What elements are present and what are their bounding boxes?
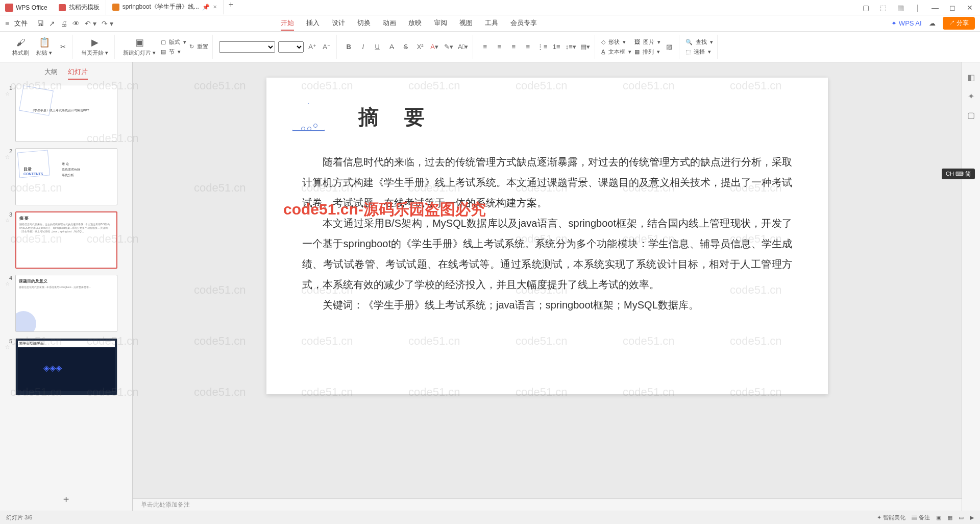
export-icon[interactable]: ↗ <box>49 19 55 28</box>
share-button[interactable]: ↗ 分享 <box>943 17 975 30</box>
increase-font-icon[interactable]: A⁺ <box>307 42 318 52</box>
preview-icon[interactable]: 👁 <box>72 19 80 28</box>
align-left-icon[interactable]: ≡ <box>479 42 491 52</box>
italic-button[interactable]: I <box>357 42 369 52</box>
clear-format-button[interactable]: Aͨ▾ <box>457 42 469 52</box>
ribbon-tab-design[interactable]: 设计 <box>332 16 345 31</box>
decrease-font-icon[interactable]: A⁻ <box>321 42 332 52</box>
thumbnail-3[interactable]: 摘 要 随着信息时代的来临，过去的传统管理方式缺点逐渐暴露...本文通过采用B/… <box>15 211 117 269</box>
ribbon-tab-vip[interactable]: 会员专享 <box>510 16 537 31</box>
tool-icon[interactable]: ◧ <box>967 73 975 82</box>
view-slideshow-icon[interactable]: ▶ <box>970 514 974 521</box>
star-icon[interactable]: ☆ <box>5 218 11 223</box>
notes-bar[interactable]: 单击此处添加备注 <box>133 498 962 511</box>
view-normal-icon[interactable]: ▣ <box>936 514 941 521</box>
star-icon[interactable]: ☆ <box>5 344 11 350</box>
thumb-number: 1 <box>5 85 12 91</box>
ribbon-tab-animation[interactable]: 动画 <box>383 16 396 31</box>
strikethrough-button[interactable]: S̶ <box>400 42 411 52</box>
notes-toggle[interactable]: ▤ 备注 <box>912 514 930 521</box>
add-slide-button[interactable]: + <box>0 489 132 511</box>
add-tab-button[interactable]: + <box>224 0 238 15</box>
highlight-button[interactable]: ✎▾ <box>443 42 454 52</box>
hamburger-icon[interactable]: ≡ <box>5 19 9 28</box>
superscript-button[interactable]: X² <box>414 42 426 52</box>
reset-button[interactable]: ↻ 重置 <box>189 43 208 51</box>
panel-tab-outline[interactable]: 大纲 <box>44 67 58 80</box>
paragraph-1: 随着信息时代的来临，过去的传统管理方式缺点逐渐暴露，对过去的传统管理方式的缺点进… <box>302 152 792 213</box>
font-color-button[interactable]: A▾ <box>429 42 440 52</box>
thumbnail-1[interactable]: 《学生手册》线上考试系统设计与实现PPT <box>15 85 117 142</box>
pin-icon[interactable]: 📌 <box>202 4 210 11</box>
cloud-icon[interactable]: ☁ <box>929 19 936 27</box>
apps-icon[interactable]: ▦ <box>895 4 905 12</box>
ribbon-tab-start[interactable]: 开始 <box>281 16 294 31</box>
layout-button[interactable]: ▢ 版式 ▾ <box>161 38 186 46</box>
bold-button[interactable]: B <box>343 42 354 52</box>
size-select[interactable] <box>278 41 304 53</box>
cube-icon[interactable]: ⬚ <box>878 4 888 12</box>
panel-tab-slides[interactable]: 幻灯片 <box>68 67 88 80</box>
bullets-icon[interactable]: ⋮≡ <box>536 42 548 52</box>
align-center-icon[interactable]: ≡ <box>494 42 505 52</box>
slide-counter: 幻灯片 3/6 <box>6 514 32 521</box>
wps-ai-button[interactable]: ✦ WPS AI <box>891 19 922 27</box>
align-justify-icon[interactable]: ≡ <box>522 42 533 52</box>
section-button[interactable]: ▤ 节 ▾ <box>161 48 186 56</box>
tab-templates[interactable]: 找稻壳模板 <box>53 0 106 15</box>
format-painter-button[interactable]: 🖌格式刷 <box>10 36 31 58</box>
view-sorter-icon[interactable]: ▦ <box>947 514 952 521</box>
select-button[interactable]: ⬚ 选择 ▾ <box>685 48 713 56</box>
ribbon-tab-review[interactable]: 审阅 <box>434 16 447 31</box>
tab-document[interactable]: springboot《学生手册》线... 📌 ✕ <box>106 0 224 15</box>
ribbon-tab-slideshow[interactable]: 放映 <box>408 16 422 31</box>
smart-beautify[interactable]: ✦ 智能美化 <box>877 514 905 521</box>
minimize-button[interactable]: — <box>930 4 940 12</box>
underline-button[interactable]: U <box>372 42 383 52</box>
thumbnails[interactable]: 1☆ 《学生手册》线上考试系统设计与实现PPT 2☆ 目录 CONTENTS 绪… <box>0 85 132 489</box>
arrange-button[interactable]: ▦ 排列 ▾ <box>634 48 660 56</box>
image-button[interactable]: 🖼 图片 ▾ <box>634 38 660 46</box>
star-icon[interactable]: ☆ <box>5 91 11 97</box>
ribbon-tab-view[interactable]: 视图 <box>459 16 473 31</box>
textbox-button[interactable]: A̲ 文本框 ▾ <box>601 48 631 56</box>
save-icon[interactable]: 🖫 <box>37 19 44 28</box>
new-slide-button[interactable]: ▣新建幻灯片 ▾ <box>121 36 158 58</box>
styles-icon[interactable]: ▨ <box>664 42 675 52</box>
print-icon[interactable]: 🖨 <box>60 19 67 28</box>
slide-heading[interactable]: 摘 要 <box>358 103 792 131</box>
line-spacing-icon[interactable]: ↕≡▾ <box>565 42 576 52</box>
paste-button[interactable]: 📋粘贴 ▾ <box>34 36 54 58</box>
shape-button[interactable]: ◇ 形状 ▾ <box>601 38 631 46</box>
ribbon-tab-transition[interactable]: 切换 <box>357 16 371 31</box>
tool-icon[interactable]: ✦ <box>968 91 974 101</box>
star-icon[interactable]: ☆ <box>5 154 11 160</box>
slide-canvas[interactable]: 摘 要 随着信息时代的来临，过去的传统管理方式缺点逐渐暴露，对过去的传统管理方式… <box>133 62 962 498</box>
play-button[interactable]: ▶当页开始 ▾ <box>79 36 110 58</box>
font-select[interactable] <box>219 41 275 53</box>
box-icon[interactable]: ▢ <box>861 4 871 12</box>
maximize-button[interactable]: ◻ <box>947 4 958 12</box>
numbering-icon[interactable]: 1≡ <box>551 42 562 52</box>
ribbon-tab-tools[interactable]: 工具 <box>485 16 498 31</box>
slide[interactable]: 摘 要 随着信息时代的来临，过去的传统管理方式缺点逐渐暴露，对过去的传统管理方式… <box>266 78 828 394</box>
thumbnail-4[interactable]: 课题目的及意义 随着信息化时代的发展...本系统采用springboot...分… <box>15 275 117 332</box>
star-icon[interactable]: ☆ <box>5 281 11 287</box>
slide-body[interactable]: 随着信息时代的来临，过去的传统管理方式缺点逐渐暴露，对过去的传统管理方式的缺点进… <box>302 152 792 315</box>
redo-button[interactable]: ↷ ▾ <box>102 19 113 28</box>
thumbnail-5[interactable]: 管理员功能界面 ◈◈◈ <box>15 338 117 395</box>
find-button[interactable]: 🔍 查找 ▾ <box>685 38 713 46</box>
close-icon[interactable]: ✕ <box>213 4 217 10</box>
close-button[interactable]: ✕ <box>965 4 975 12</box>
thumbnail-2[interactable]: 目录 CONTENTS 绪 论 系统需求分析 系统分析 <box>15 148 117 205</box>
ribbon-tab-insert[interactable]: 插入 <box>306 16 320 31</box>
cut-icon[interactable]: ✂ <box>57 42 68 52</box>
ime-indicator[interactable]: CH ⌨ 简 <box>942 169 975 179</box>
view-reading-icon[interactable]: ▭ <box>959 514 964 521</box>
align-right-icon[interactable]: ≡ <box>508 42 519 52</box>
tool-icon[interactable]: ▢ <box>967 110 975 120</box>
file-menu[interactable]: 文件 <box>14 19 28 28</box>
indent-icon[interactable]: ▤▾ <box>579 42 591 52</box>
undo-button[interactable]: ↶ ▾ <box>85 19 96 28</box>
strike-button[interactable]: A̶ <box>386 42 397 52</box>
